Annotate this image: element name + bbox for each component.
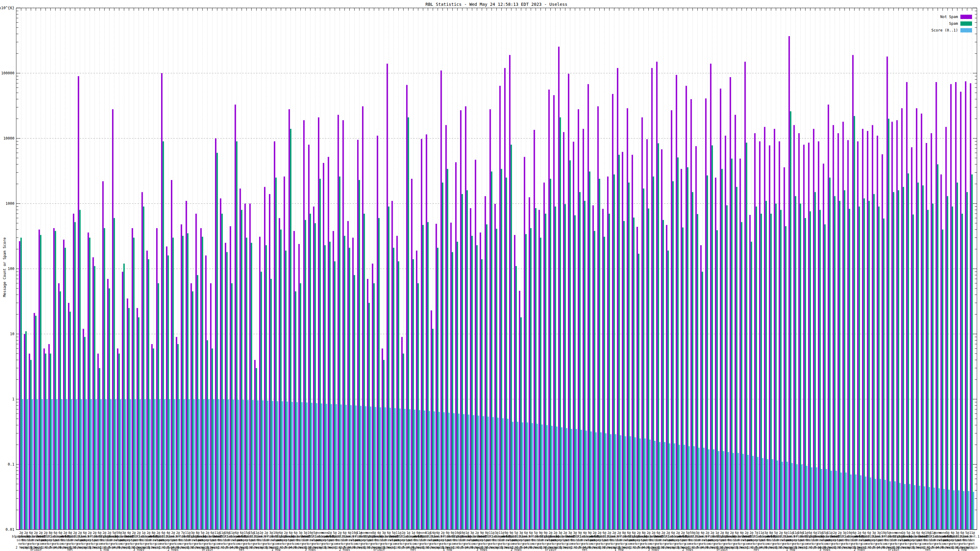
bar-cluster bbox=[43, 348, 48, 530]
svg-text:1@: 1@ bbox=[465, 531, 469, 535]
svg-text:0@: 0@ bbox=[450, 531, 454, 535]
bar-cluster bbox=[573, 142, 577, 530]
legend-row-not-spam: Not Spam bbox=[931, 13, 972, 20]
svg-text:2@: 2@ bbox=[833, 531, 837, 535]
bar-cluster bbox=[480, 233, 484, 530]
bar-cluster bbox=[391, 201, 396, 530]
svg-text:3@: 3@ bbox=[299, 531, 302, 535]
svg-text:2@: 2@ bbox=[662, 531, 665, 535]
svg-text:origin: origin bbox=[967, 546, 978, 549]
legend-label-score: Score (0..1) bbox=[931, 28, 958, 32]
svg-text:0.1: 0.1 bbox=[8, 462, 14, 467]
legend-row-score: Score (0..1) bbox=[931, 27, 972, 34]
bar-cluster bbox=[519, 291, 523, 530]
svg-text:3@: 3@ bbox=[872, 531, 876, 535]
svg-text:6@: 6@ bbox=[529, 531, 533, 535]
bar-cluster bbox=[191, 283, 195, 530]
svg-text:2@: 2@ bbox=[617, 531, 621, 535]
bar-cluster bbox=[509, 55, 513, 530]
svg-text:8@: 8@ bbox=[642, 531, 646, 535]
svg-text:recent.1: recent.1 bbox=[965, 535, 979, 538]
bar-cluster bbox=[240, 189, 244, 530]
svg-text:2@: 2@ bbox=[64, 531, 67, 535]
svg-text:11@: 11@ bbox=[499, 531, 504, 535]
svg-text:5@: 5@ bbox=[514, 531, 518, 535]
bar-cluster bbox=[244, 203, 249, 530]
bar-cluster bbox=[612, 94, 616, 530]
svg-text:4@: 4@ bbox=[951, 531, 954, 535]
svg-text:3@: 3@ bbox=[956, 531, 959, 535]
svg-text:10@: 10@ bbox=[307, 531, 313, 535]
bar-cluster bbox=[475, 160, 479, 530]
svg-text:2@: 2@ bbox=[720, 531, 724, 535]
bar-cluster bbox=[68, 303, 72, 530]
bar-cluster bbox=[627, 108, 631, 530]
bar-cluster bbox=[803, 145, 808, 530]
bar-cluster bbox=[58, 283, 62, 530]
svg-text:10@: 10@ bbox=[881, 531, 886, 535]
svg-text:2@: 2@ bbox=[563, 531, 567, 535]
svg-text:100: 100 bbox=[8, 267, 14, 271]
svg-text:net: net bbox=[969, 542, 975, 546]
bar-cluster bbox=[279, 218, 283, 530]
svg-text:4@: 4@ bbox=[348, 531, 351, 535]
bar-cluster bbox=[587, 84, 592, 530]
svg-text:2@: 2@ bbox=[593, 531, 597, 535]
svg-text:3@: 3@ bbox=[304, 531, 307, 535]
svg-text:2@: 2@ bbox=[259, 531, 263, 535]
svg-text:2@: 2@ bbox=[730, 531, 734, 535]
bar-cluster bbox=[494, 204, 499, 530]
svg-text:6@: 6@ bbox=[862, 531, 866, 535]
bar-cluster bbox=[53, 228, 57, 530]
bar-cluster bbox=[789, 36, 793, 530]
bar-cluster bbox=[196, 214, 200, 530]
svg-text:none: none bbox=[895, 531, 902, 535]
bar-cluster bbox=[710, 64, 714, 530]
svg-text:2@: 2@ bbox=[612, 531, 616, 535]
bar-cluster bbox=[298, 244, 302, 530]
bar-cluster bbox=[700, 245, 705, 530]
bar-cluster bbox=[926, 143, 930, 530]
bar-cluster bbox=[916, 108, 920, 530]
svg-text:6@: 6@ bbox=[524, 531, 528, 535]
svg-text:0@: 0@ bbox=[485, 531, 488, 535]
bar-cluster bbox=[838, 133, 842, 530]
svg-text:11@: 11@ bbox=[229, 531, 235, 535]
svg-text:7@: 7@ bbox=[181, 531, 185, 535]
bar-cluster bbox=[553, 95, 557, 530]
svg-text:zen: zen bbox=[969, 538, 975, 542]
svg-text:3@: 3@ bbox=[519, 531, 523, 535]
svg-text:6@: 6@ bbox=[853, 531, 856, 535]
bar-cluster bbox=[935, 82, 940, 530]
bar-cluster bbox=[293, 231, 298, 530]
svg-text:5@: 5@ bbox=[534, 531, 538, 535]
svg-text:8@: 8@ bbox=[68, 531, 72, 535]
bar-cluster bbox=[318, 117, 322, 530]
svg-text:14@: 14@ bbox=[430, 531, 436, 535]
svg-text:3@: 3@ bbox=[558, 531, 562, 535]
bar-cluster bbox=[181, 224, 185, 530]
svg-text:2@: 2@ bbox=[902, 531, 905, 535]
svg-text:2@: 2@ bbox=[34, 531, 38, 535]
svg-text:7@: 7@ bbox=[755, 531, 758, 535]
svg-text:2@: 2@ bbox=[637, 531, 641, 535]
svg-text:2@: 2@ bbox=[779, 531, 783, 535]
svg-text:2@: 2@ bbox=[137, 531, 140, 535]
bar-cluster bbox=[725, 136, 729, 530]
bar-cluster bbox=[274, 141, 278, 530]
svg-text:6@: 6@ bbox=[387, 531, 390, 535]
bar-cluster bbox=[142, 192, 146, 530]
svg-text:3@: 3@ bbox=[495, 531, 498, 535]
svg-text:3@: 3@ bbox=[696, 531, 700, 535]
svg-text:2@: 2@ bbox=[39, 531, 43, 535]
svg-text:11@: 11@ bbox=[489, 531, 494, 535]
svg-text:2@: 2@ bbox=[264, 531, 268, 535]
svg-text:2@: 2@ bbox=[156, 531, 160, 535]
bar-cluster bbox=[421, 139, 425, 530]
bar-cluster bbox=[377, 136, 381, 530]
svg-text:6@: 6@ bbox=[235, 531, 239, 535]
bar-cluster bbox=[220, 198, 224, 530]
svg-text:5@: 5@ bbox=[774, 531, 778, 535]
bar-cluster bbox=[769, 145, 773, 530]
bar-cluster bbox=[602, 209, 606, 530]
